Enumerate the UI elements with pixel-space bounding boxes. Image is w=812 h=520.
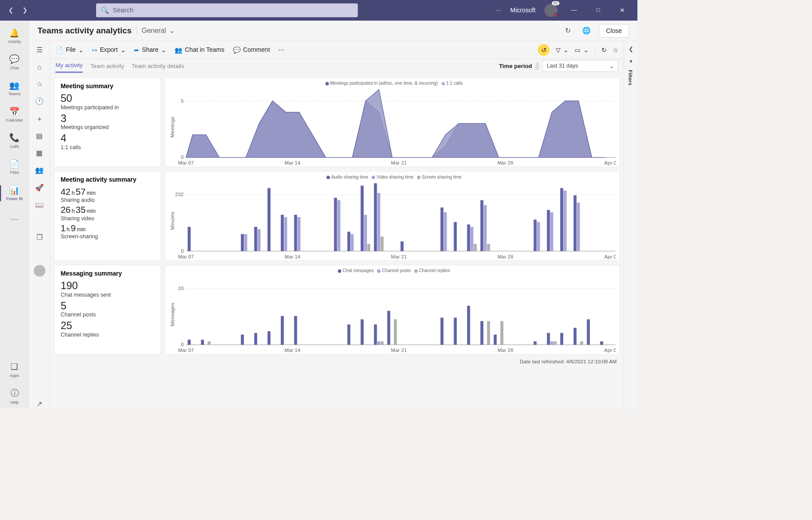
svg-rect-15 bbox=[241, 234, 244, 251]
rail-calendar[interactable]: 📅Calendar bbox=[0, 103, 29, 127]
comment-button[interactable]: 💬Comment bbox=[233, 46, 270, 54]
svg-text:232: 232 bbox=[175, 191, 183, 197]
refresh-report-icon[interactable]: ↻ bbox=[601, 46, 607, 54]
home-icon[interactable]: ⌂ bbox=[35, 62, 44, 71]
svg-text:5: 5 bbox=[181, 98, 184, 104]
svg-rect-83 bbox=[600, 341, 603, 345]
popout-icon[interactable]: ↗ bbox=[35, 399, 44, 408]
svg-rect-88 bbox=[394, 319, 397, 345]
svg-text:Mar 21: Mar 21 bbox=[391, 253, 407, 259]
rail-more[interactable]: ⋯ bbox=[0, 208, 29, 232]
svg-rect-45 bbox=[550, 212, 553, 251]
chevron-down-icon: ⌄ bbox=[79, 46, 84, 54]
favorite-icon[interactable]: ☆ bbox=[613, 46, 619, 54]
window-close-button[interactable]: ✕ bbox=[615, 4, 630, 17]
svg-text:Mar 07: Mar 07 bbox=[178, 253, 194, 259]
tab-my-activity[interactable]: My activity bbox=[55, 59, 82, 73]
ribbon-more-icon[interactable]: ⋯ bbox=[278, 46, 284, 54]
grid-icon[interactable]: ▦ bbox=[35, 148, 44, 157]
rail-teams[interactable]: 👥Teams bbox=[0, 76, 29, 100]
rail-calls[interactable]: 📞Calls bbox=[0, 129, 29, 153]
chart-meeting-activity[interactable]: Audio sharing timeVideo sharing timeScre… bbox=[165, 171, 619, 261]
file-menu[interactable]: 📄File⌄ bbox=[55, 46, 83, 54]
clock-icon[interactable]: 🕐 bbox=[35, 97, 44, 106]
svg-rect-19 bbox=[294, 215, 297, 251]
view-menu[interactable]: ▭⌄ bbox=[575, 46, 588, 54]
svg-rect-51 bbox=[487, 244, 490, 251]
star-icon[interactable]: ☆ bbox=[35, 79, 44, 88]
svg-rect-14 bbox=[188, 227, 191, 251]
rail-powerbi[interactable]: 📊Power BI bbox=[0, 181, 29, 205]
rocket-icon[interactable]: 🚀 bbox=[35, 183, 44, 192]
nav-forward-icon[interactable]: ❯ bbox=[22, 7, 28, 14]
database-icon[interactable]: ▤ bbox=[35, 131, 44, 140]
svg-rect-75 bbox=[467, 306, 470, 345]
card-meeting-summary: Meeting summary 50 Meetings participated… bbox=[54, 78, 161, 167]
tab-team-activity[interactable]: Team activity bbox=[90, 60, 124, 72]
page-icon: 📄 bbox=[55, 46, 63, 54]
svg-text:Meetings: Meetings bbox=[169, 116, 175, 137]
stack-icon[interactable]: ❐ bbox=[35, 233, 44, 241]
svg-rect-50 bbox=[474, 244, 477, 251]
rail-activity[interactable]: 🔔Activity bbox=[0, 24, 29, 48]
powerbi-icon: 📊 bbox=[9, 185, 20, 195]
svg-text:Messages: Messages bbox=[169, 303, 175, 326]
time-period-dropdown[interactable]: Last 31 days ⌄ bbox=[542, 60, 618, 72]
svg-rect-44 bbox=[537, 222, 540, 251]
tab-team-details[interactable]: Team activity details bbox=[132, 60, 184, 72]
svg-rect-29 bbox=[533, 219, 537, 251]
filter-icon: ▾ bbox=[630, 58, 632, 65]
page-header: Teams activity analytics General ⌄ ↻ 🌐 C… bbox=[29, 21, 637, 41]
svg-rect-36 bbox=[297, 217, 300, 251]
svg-rect-46 bbox=[564, 190, 567, 251]
ellipsis-icon: ⋯ bbox=[11, 215, 19, 224]
svg-text:Mar 14: Mar 14 bbox=[285, 347, 301, 353]
search-input[interactable]: 🔍 Search bbox=[96, 4, 358, 17]
more-icon[interactable]: ⋯ bbox=[495, 7, 501, 14]
svg-rect-77 bbox=[494, 335, 497, 345]
chat-icon: 💬 bbox=[9, 54, 20, 64]
window-minimize-button[interactable]: — bbox=[566, 4, 582, 17]
reset-button[interactable]: ↺ bbox=[538, 44, 550, 56]
svg-rect-33 bbox=[244, 234, 247, 251]
svg-rect-78 bbox=[533, 341, 537, 345]
people-icon[interactable]: 👥 bbox=[35, 166, 44, 175]
svg-rect-80 bbox=[560, 333, 563, 345]
share-menu[interactable]: ➦Share⌄ bbox=[134, 46, 166, 54]
svg-text:Mar 28: Mar 28 bbox=[497, 347, 514, 353]
nav-back-icon[interactable]: ❮ bbox=[8, 7, 14, 14]
svg-rect-67 bbox=[281, 316, 284, 345]
export-menu[interactable]: ↦Export⌄ bbox=[92, 46, 126, 54]
plus-icon[interactable]: ＋ bbox=[35, 114, 44, 123]
svg-rect-82 bbox=[587, 319, 590, 345]
svg-text:Mar 21: Mar 21 bbox=[391, 347, 407, 353]
filters-pane-collapsed[interactable]: ❮ ▾ Filters bbox=[624, 41, 637, 408]
globe-icon[interactable]: 🌐 bbox=[580, 25, 593, 37]
rail-apps[interactable]: ❑Apps bbox=[0, 358, 29, 382]
svg-rect-90 bbox=[501, 321, 504, 345]
chart-messaging[interactable]: Chat messagesChannel postsChannel replie… bbox=[165, 265, 619, 355]
workspace-avatar-icon[interactable] bbox=[34, 265, 46, 277]
svg-rect-16 bbox=[254, 227, 257, 251]
org-label: Microsoft bbox=[510, 7, 535, 14]
svg-rect-26 bbox=[454, 222, 457, 251]
rail-chat[interactable]: 💬Chat bbox=[0, 50, 29, 75]
user-avatar[interactable]: R1 bbox=[544, 4, 558, 17]
hamburger-icon[interactable]: ☰ bbox=[35, 45, 44, 54]
svg-rect-18 bbox=[281, 215, 284, 251]
close-button[interactable]: Close bbox=[599, 24, 629, 38]
chat-teams-button[interactable]: 👥Chat in Teams bbox=[175, 46, 225, 54]
svg-rect-62 bbox=[188, 340, 191, 345]
share-icon: ➦ bbox=[134, 46, 139, 54]
svg-text:Minutes: Minutes bbox=[169, 212, 175, 230]
bookmark-menu[interactable]: ▽⌄ bbox=[556, 46, 569, 54]
refresh-icon[interactable]: ↻ bbox=[562, 25, 574, 37]
book-icon[interactable]: 📖 bbox=[35, 200, 44, 209]
svg-rect-43 bbox=[484, 205, 487, 251]
rail-files[interactable]: 📄Files bbox=[0, 155, 29, 179]
chart-meeting-summary[interactable]: Meetings participated in (adhoc, one tim… bbox=[165, 78, 619, 167]
page-subtitle-dropdown[interactable]: General ⌄ bbox=[136, 26, 175, 35]
window-maximize-button[interactable]: □ bbox=[590, 4, 606, 17]
search-placeholder: Search bbox=[113, 7, 133, 14]
rail-help[interactable]: ⓘHelp bbox=[0, 384, 29, 408]
